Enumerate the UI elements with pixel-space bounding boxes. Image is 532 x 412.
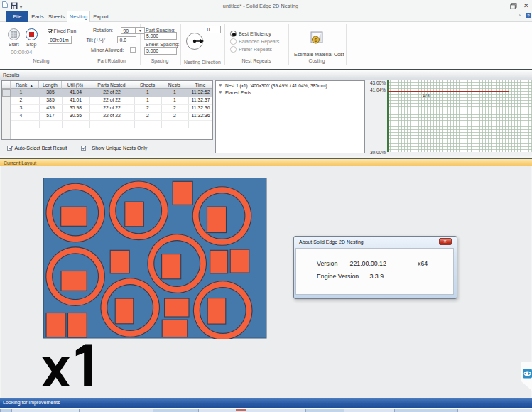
svg-text:$: $ [315, 37, 317, 42]
